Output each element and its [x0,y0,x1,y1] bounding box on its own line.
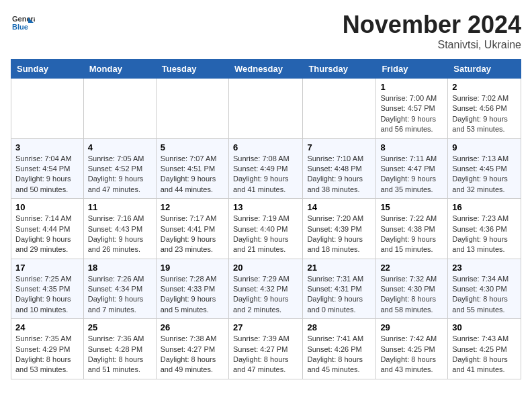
calendar-cell: 4Sunrise: 7:05 AM Sunset: 4:52 PM Daylig… [83,138,156,199]
day-number: 2 [452,82,517,92]
day-number: 5 [161,142,224,152]
day-info: Sunrise: 7:38 AM Sunset: 4:27 PM Dayligh… [161,334,224,375]
day-info: Sunrise: 7:11 AM Sunset: 4:47 PM Dayligh… [380,154,443,195]
day-number: 12 [161,202,224,212]
logo: General Blue [11,11,38,35]
calendar-cell: 19Sunrise: 7:28 AM Sunset: 4:33 PM Dayli… [156,259,228,319]
day-number: 25 [88,322,152,332]
calendar-week-row: 17Sunrise: 7:25 AM Sunset: 4:35 PM Dayli… [11,259,521,319]
weekday-header: Saturday [448,60,521,79]
day-number: 19 [161,263,224,273]
day-number: 1 [380,82,443,92]
calendar-week-row: 3Sunrise: 7:04 AM Sunset: 4:54 PM Daylig… [11,138,521,199]
day-info: Sunrise: 7:28 AM Sunset: 4:33 PM Dayligh… [161,274,224,316]
day-info: Sunrise: 7:23 AM Sunset: 4:36 PM Dayligh… [452,214,517,255]
day-number: 28 [307,322,371,332]
day-number: 24 [15,322,79,332]
calendar-cell: 11Sunrise: 7:16 AM Sunset: 4:43 PM Dayli… [83,199,156,259]
day-number: 21 [307,263,371,273]
day-info: Sunrise: 7:16 AM Sunset: 4:43 PM Dayligh… [88,214,152,255]
day-number: 23 [452,263,517,273]
calendar-cell: 10Sunrise: 7:14 AM Sunset: 4:44 PM Dayli… [11,199,84,259]
day-info: Sunrise: 7:36 AM Sunset: 4:28 PM Dayligh… [88,334,152,375]
day-info: Sunrise: 7:17 AM Sunset: 4:41 PM Dayligh… [161,214,224,255]
calendar-cell: 2Sunrise: 7:02 AM Sunset: 4:56 PM Daylig… [448,79,521,139]
weekday-header: Monday [83,60,156,79]
calendar-cell: 13Sunrise: 7:19 AM Sunset: 4:40 PM Dayli… [228,199,302,259]
day-number: 18 [88,263,152,273]
calendar-table: SundayMondayTuesdayWednesdayThursdayFrid… [11,59,521,379]
weekday-header-row: SundayMondayTuesdayWednesdayThursdayFrid… [11,60,521,79]
day-number: 14 [307,202,371,212]
weekday-header: Wednesday [228,60,302,79]
day-info: Sunrise: 7:20 AM Sunset: 4:39 PM Dayligh… [307,214,371,255]
calendar-cell: 18Sunrise: 7:26 AM Sunset: 4:34 PM Dayli… [83,259,156,319]
day-number: 29 [380,322,443,332]
day-info: Sunrise: 7:41 AM Sunset: 4:26 PM Dayligh… [307,334,371,375]
title-block: November 2024 Stanivtsi, Ukraine [343,11,521,51]
day-info: Sunrise: 7:25 AM Sunset: 4:35 PM Dayligh… [15,274,79,316]
calendar-cell: 6Sunrise: 7:08 AM Sunset: 4:49 PM Daylig… [228,138,302,199]
calendar-cell: 22Sunrise: 7:32 AM Sunset: 4:30 PM Dayli… [376,259,448,319]
logo-icon: General Blue [11,11,35,35]
calendar-cell: 23Sunrise: 7:34 AM Sunset: 4:30 PM Dayli… [448,259,521,319]
day-number: 20 [233,263,298,273]
day-number: 8 [380,142,443,152]
calendar-cell: 20Sunrise: 7:29 AM Sunset: 4:32 PM Dayli… [228,259,302,319]
calendar-cell: 26Sunrise: 7:38 AM Sunset: 4:27 PM Dayli… [156,319,228,379]
day-number: 7 [307,142,371,152]
weekday-header: Sunday [11,60,84,79]
calendar-cell: 1Sunrise: 7:00 AM Sunset: 4:57 PM Daylig… [376,79,448,139]
day-info: Sunrise: 7:13 AM Sunset: 4:45 PM Dayligh… [452,154,517,195]
weekday-header: Tuesday [156,60,228,79]
calendar-cell: 9Sunrise: 7:13 AM Sunset: 4:45 PM Daylig… [448,138,521,199]
day-info: Sunrise: 7:08 AM Sunset: 4:49 PM Dayligh… [233,154,298,195]
day-number: 10 [15,202,79,212]
day-info: Sunrise: 7:02 AM Sunset: 4:56 PM Dayligh… [452,93,517,135]
day-info: Sunrise: 7:43 AM Sunset: 4:25 PM Dayligh… [452,334,517,375]
calendar-cell: 7Sunrise: 7:10 AM Sunset: 4:48 PM Daylig… [303,138,376,199]
calendar-cell: 14Sunrise: 7:20 AM Sunset: 4:39 PM Dayli… [303,199,376,259]
day-info: Sunrise: 7:10 AM Sunset: 4:48 PM Dayligh… [307,154,371,195]
day-info: Sunrise: 7:22 AM Sunset: 4:38 PM Dayligh… [380,214,443,255]
day-info: Sunrise: 7:19 AM Sunset: 4:40 PM Dayligh… [233,214,298,255]
calendar-cell [303,79,376,139]
calendar-week-row: 1Sunrise: 7:00 AM Sunset: 4:57 PM Daylig… [11,79,521,139]
calendar-cell: 29Sunrise: 7:42 AM Sunset: 4:25 PM Dayli… [376,319,448,379]
day-number: 13 [233,202,298,212]
calendar-cell: 25Sunrise: 7:36 AM Sunset: 4:28 PM Dayli… [83,319,156,379]
day-number: 4 [88,142,152,152]
calendar-cell: 15Sunrise: 7:22 AM Sunset: 4:38 PM Dayli… [376,199,448,259]
day-info: Sunrise: 7:39 AM Sunset: 4:27 PM Dayligh… [233,334,298,375]
calendar-cell: 8Sunrise: 7:11 AM Sunset: 4:47 PM Daylig… [376,138,448,199]
day-number: 6 [233,142,298,152]
day-number: 11 [88,202,152,212]
calendar-cell [83,79,156,139]
calendar-cell [228,79,302,139]
day-number: 9 [452,142,517,152]
calendar-cell: 5Sunrise: 7:07 AM Sunset: 4:51 PM Daylig… [156,138,228,199]
weekday-header: Friday [376,60,448,79]
calendar-cell [156,79,228,139]
calendar-cell: 17Sunrise: 7:25 AM Sunset: 4:35 PM Dayli… [11,259,84,319]
day-info: Sunrise: 7:07 AM Sunset: 4:51 PM Dayligh… [161,154,224,195]
day-number: 17 [15,263,79,273]
calendar-cell: 12Sunrise: 7:17 AM Sunset: 4:41 PM Dayli… [156,199,228,259]
day-info: Sunrise: 7:04 AM Sunset: 4:54 PM Dayligh… [15,154,79,195]
day-info: Sunrise: 7:29 AM Sunset: 4:32 PM Dayligh… [233,274,298,316]
day-info: Sunrise: 7:32 AM Sunset: 4:30 PM Dayligh… [380,274,443,316]
day-number: 26 [161,322,224,332]
day-info: Sunrise: 7:42 AM Sunset: 4:25 PM Dayligh… [380,334,443,375]
weekday-header: Thursday [303,60,376,79]
calendar-cell: 30Sunrise: 7:43 AM Sunset: 4:25 PM Dayli… [448,319,521,379]
calendar-cell: 28Sunrise: 7:41 AM Sunset: 4:26 PM Dayli… [303,319,376,379]
calendar-cell: 27Sunrise: 7:39 AM Sunset: 4:27 PM Dayli… [228,319,302,379]
day-info: Sunrise: 7:31 AM Sunset: 4:31 PM Dayligh… [307,274,371,316]
day-number: 15 [380,202,443,212]
day-number: 16 [452,202,517,212]
svg-text:Blue: Blue [12,23,28,31]
day-info: Sunrise: 7:14 AM Sunset: 4:44 PM Dayligh… [15,214,79,255]
calendar-cell: 21Sunrise: 7:31 AM Sunset: 4:31 PM Dayli… [303,259,376,319]
calendar-cell: 24Sunrise: 7:35 AM Sunset: 4:29 PM Dayli… [11,319,84,379]
calendar-cell: 3Sunrise: 7:04 AM Sunset: 4:54 PM Daylig… [11,138,84,199]
